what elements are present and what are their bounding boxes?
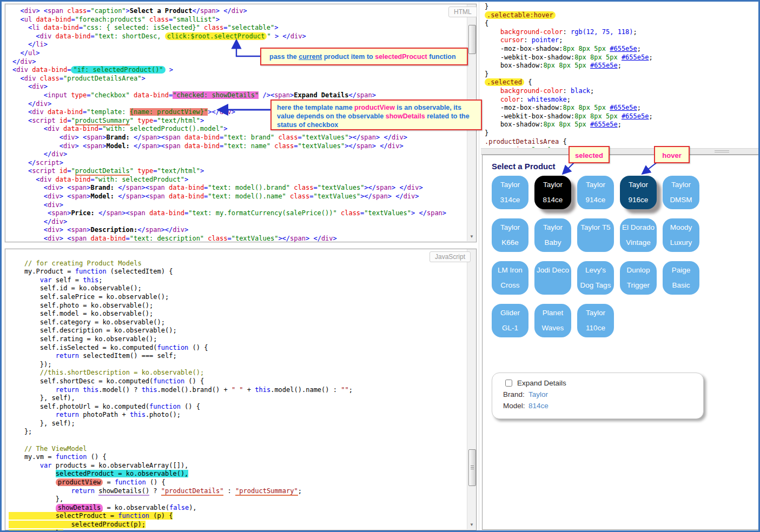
expand-details-checkbox[interactable]	[505, 380, 512, 387]
product-button[interactable]: Taylor110ce	[577, 304, 614, 337]
html-badge: HTML	[448, 6, 477, 17]
js-scrollbar-thumb[interactable]	[468, 449, 476, 486]
model-value: 814ce	[528, 402, 548, 410]
knockout-tutorial-page: <div> <span class="caption">Select a Pro…	[0, 0, 760, 532]
product-grid: Taylor314ceTaylor814ceTaylor914ceTaylor9…	[492, 176, 703, 337]
expand-details-label: Expand Details	[517, 379, 566, 387]
product-button[interactable]: Levy'sDog Tags	[577, 261, 614, 295]
preview-title: Select a Product	[492, 162, 556, 171]
js-scrollbar-down-icon[interactable]: ▼	[467, 521, 476, 529]
brand-label: Brand:	[503, 390, 528, 398]
css-code: }.selectable:hover{ background-color: rg…	[482, 2, 759, 148]
product-button[interactable]: GliderGL-1	[492, 304, 528, 337]
callout-hover: hover	[654, 146, 690, 163]
js-code-panel: // for creating Product Models my.Produc…	[5, 249, 477, 530]
product-button[interactable]: Taylor916ce	[620, 176, 657, 209]
selected-label: selected	[575, 151, 603, 159]
product-button[interactable]: MoodyLuxury	[663, 218, 699, 252]
html-scrollbar-thumb[interactable]	[468, 25, 476, 54]
hover-label: hover	[662, 151, 681, 159]
callout-template-observable: here the template name productView is an…	[270, 99, 482, 130]
callout-pass-current-product: pass the current product item to selecte…	[260, 48, 468, 65]
product-button[interactable]: TaylorDMSM	[663, 176, 699, 209]
js-scrollbar[interactable]: ▼	[467, 249, 476, 529]
splitter-grip-icon	[715, 150, 729, 154]
product-button[interactable]: PaigeBasic	[663, 261, 699, 295]
product-button[interactable]: TaylorBaby	[534, 218, 571, 252]
product-button[interactable]: LM IronCross	[492, 261, 528, 295]
html-scrollbar-down-icon[interactable]: ▼	[467, 232, 476, 241]
splitter-bar[interactable]	[481, 148, 760, 155]
product-button[interactable]: Jodi Deco	[534, 261, 571, 295]
css-code-panel: }.selectable:hover{ background-color: rg…	[482, 2, 759, 148]
scrollbar-grip-icon	[471, 466, 474, 470]
product-button[interactable]: Taylor914ce	[577, 176, 614, 209]
column-divider	[479, 2, 479, 530]
js-badge: JavaScript	[429, 251, 471, 262]
brand-value: Taylor	[528, 390, 548, 398]
product-button[interactable]: El DoradoVintage	[620, 218, 657, 252]
product-button[interactable]: Taylor T5	[577, 218, 614, 252]
product-button[interactable]: Taylor814ce	[534, 176, 571, 209]
product-preview-panel: Select a Product Taylor314ceTaylor814ceT…	[482, 155, 760, 530]
model-label: Model:	[503, 402, 528, 410]
product-details-box: Expand Details Brand: Taylor Model: 814c…	[492, 373, 704, 419]
product-button[interactable]: Taylor314ce	[492, 176, 528, 209]
product-button[interactable]: DunlopTrigger	[620, 261, 657, 295]
product-button[interactable]: TaylorK66e	[492, 218, 528, 252]
js-code: // for creating Product Models my.Produc…	[5, 249, 476, 531]
callout-selected: selected	[569, 146, 610, 163]
product-button[interactable]: PlanetWaves	[534, 304, 571, 337]
